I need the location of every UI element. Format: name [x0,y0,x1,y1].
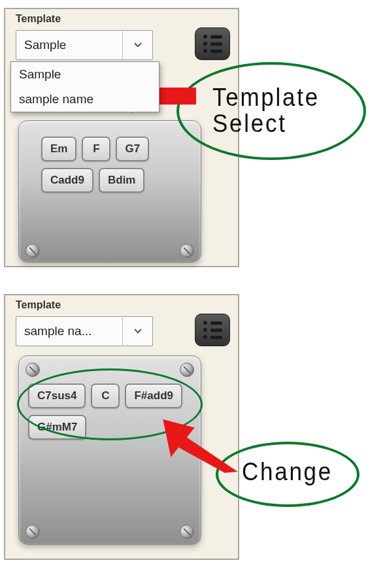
chord-row: Cadd9 Bdim [41,168,144,193]
screw-icon [25,525,40,539]
template-label: Template [16,13,61,25]
chord-button[interactable]: Bdim [99,168,145,193]
screw-icon [25,244,40,258]
dropdown-selected-value: Sample [16,38,122,52]
chevron-down-icon[interactable] [122,316,152,346]
callout-label: Template Select [212,85,320,137]
template-dropdown-list: Sample sample name [10,61,159,112]
callout-label: Change [242,459,333,485]
chord-button[interactable]: Cadd9 [41,168,93,193]
template-label: Template [16,299,61,311]
list-icon [203,321,222,339]
chord-row: Em F G7 [41,137,149,161]
chevron-down-icon[interactable] [122,30,152,60]
list-menu-button[interactable] [195,27,230,60]
list-menu-button[interactable] [195,314,230,346]
template-dropdown[interactable]: sample na... [16,316,153,346]
dropdown-option[interactable]: sample name [11,87,159,112]
arrow-icon [160,413,239,475]
screw-icon [180,244,194,258]
screw-icon [25,363,40,377]
dropdown-option[interactable]: Sample [11,62,159,87]
chord-button[interactable]: Em [41,137,76,161]
chord-button[interactable]: F [82,137,110,161]
screw-icon [180,363,194,377]
chord-plate: Em F G7 Cadd9 Bdim [18,120,201,263]
list-icon [203,35,222,53]
svg-marker-1 [163,413,237,475]
chord-button[interactable]: G7 [116,137,149,161]
screw-icon [180,525,194,539]
template-dropdown[interactable]: Sample [16,30,153,60]
dropdown-selected-value: sample na... [16,324,122,338]
